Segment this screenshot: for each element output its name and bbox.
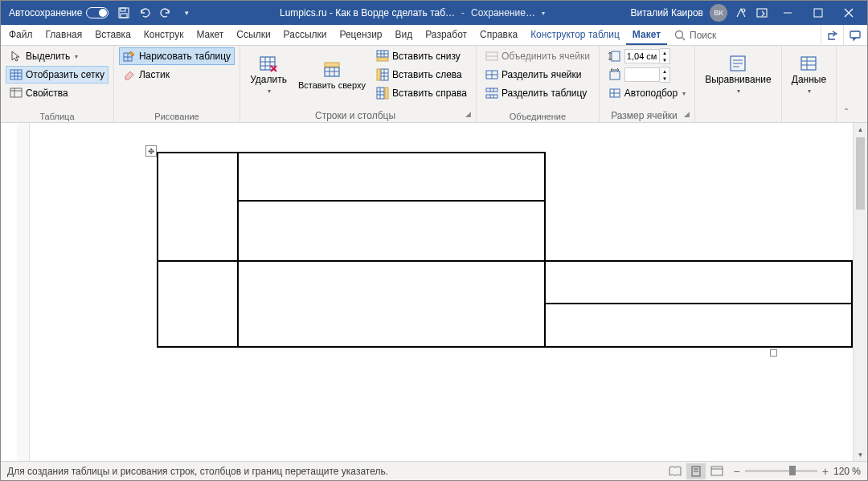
vertical-scrollbar[interactable]: ▲ ▼ bbox=[853, 123, 867, 461]
autosave-label: Автосохранение bbox=[9, 7, 82, 18]
svg-point-9 bbox=[676, 31, 683, 38]
group-rows-cols: Удалить▾ Вставить сверху Вставить снизу … bbox=[240, 46, 477, 122]
document-title: Lumpics.ru - Как в Ворде сделать таб… - … bbox=[194, 7, 630, 18]
collapse-ribbon-button[interactable]: ˆ bbox=[837, 46, 856, 122]
insert-left-button[interactable]: Вставить слева bbox=[372, 66, 471, 84]
width-icon bbox=[608, 68, 621, 81]
alignment-button[interactable]: Выравнивание▾ bbox=[700, 47, 776, 102]
search-icon bbox=[674, 29, 686, 42]
select-button[interactable]: Выделить▾ bbox=[6, 47, 108, 65]
data-button[interactable]: Данные▾ bbox=[787, 47, 831, 102]
group-label-size: Размер ячейки ◢ bbox=[604, 109, 690, 122]
tab-review[interactable]: Рецензир bbox=[333, 25, 388, 45]
close-button[interactable] bbox=[833, 1, 864, 25]
tab-references[interactable]: Ссылки bbox=[230, 25, 276, 45]
zoom-out-button[interactable]: − bbox=[734, 465, 740, 478]
group-merge: Объединить ячейки Разделить ячейки Разде… bbox=[477, 46, 600, 122]
tab-help[interactable]: Справка bbox=[473, 25, 524, 45]
data-icon bbox=[799, 54, 818, 73]
svg-point-3 bbox=[742, 9, 745, 12]
svg-rect-12 bbox=[10, 70, 22, 79]
svg-rect-77 bbox=[711, 467, 723, 475]
document-area[interactable]: ✥ bbox=[1, 123, 853, 461]
document-table[interactable] bbox=[157, 152, 853, 348]
group-table: Выделить▾ Отобразить сетку Свойства Табл… bbox=[1, 46, 114, 122]
web-layout-button[interactable] bbox=[707, 463, 727, 479]
zoom-in-button[interactable]: + bbox=[822, 465, 829, 478]
minimize-button[interactable] bbox=[772, 1, 803, 25]
split-table-icon bbox=[485, 87, 498, 100]
quick-access-toolbar: ▾ bbox=[117, 6, 194, 20]
insert-below-button[interactable]: Вставить снизу bbox=[372, 47, 471, 65]
eraser-button[interactable]: Ластик bbox=[119, 66, 235, 84]
scroll-up-icon[interactable]: ▲ bbox=[854, 123, 867, 136]
zoom-slider[interactable] bbox=[745, 470, 817, 472]
insert-right-button[interactable]: Вставить справа bbox=[372, 84, 471, 102]
svg-rect-17 bbox=[10, 88, 22, 97]
autosave-toggle[interactable]: Автосохранение bbox=[4, 7, 113, 18]
avatar[interactable]: ВК bbox=[710, 4, 727, 22]
properties-button[interactable]: Свойства bbox=[6, 84, 108, 102]
ribbon-tabs: Файл Главная Вставка Конструк Макет Ссыл… bbox=[1, 25, 867, 46]
delete-button[interactable]: Удалить▾ bbox=[245, 47, 292, 102]
redo-icon[interactable] bbox=[158, 6, 173, 20]
split-cells-button[interactable]: Разделить ячейки bbox=[481, 66, 594, 84]
undo-icon[interactable] bbox=[137, 6, 152, 20]
title-bar: Автосохранение ▾ Lumpics.ru - Как в Ворд… bbox=[1, 1, 867, 25]
insert-above-icon bbox=[322, 59, 342, 79]
svg-rect-56 bbox=[486, 95, 497, 98]
tab-table-layout[interactable]: Макет bbox=[626, 25, 667, 45]
user-name[interactable]: Виталий Каиров bbox=[630, 7, 703, 18]
scroll-down-icon[interactable]: ▼ bbox=[854, 448, 867, 461]
scrollbar-thumb[interactable] bbox=[856, 137, 865, 210]
svg-rect-1 bbox=[121, 8, 125, 11]
svg-rect-44 bbox=[377, 69, 380, 80]
col-width-field[interactable]: ▲▼ bbox=[604, 66, 690, 84]
split-table-button[interactable]: Разделить таблицу bbox=[481, 84, 594, 102]
search-box[interactable]: Поиск bbox=[667, 25, 723, 45]
tab-developer[interactable]: Разработ bbox=[419, 25, 473, 45]
vertical-ruler bbox=[17, 123, 30, 461]
read-mode-button[interactable] bbox=[665, 463, 685, 479]
eraser-icon bbox=[123, 68, 136, 81]
svg-rect-62 bbox=[610, 71, 620, 79]
qat-more-icon[interactable]: ▾ bbox=[179, 6, 194, 20]
cursor-icon bbox=[10, 50, 23, 63]
save-icon[interactable] bbox=[117, 6, 131, 20]
tab-design[interactable]: Конструк bbox=[137, 25, 190, 45]
tab-layout[interactable]: Макет bbox=[190, 25, 230, 45]
svg-rect-49 bbox=[385, 88, 388, 99]
svg-rect-6 bbox=[814, 9, 822, 17]
group-label-table: Таблица bbox=[6, 111, 108, 122]
tab-home[interactable]: Главная bbox=[39, 25, 89, 45]
autofit-button[interactable]: Автоподбор▾ bbox=[604, 84, 690, 102]
zoom-level[interactable]: 120 % bbox=[833, 466, 861, 477]
table-resize-handle[interactable] bbox=[770, 349, 777, 357]
tab-file[interactable]: Файл bbox=[2, 25, 39, 45]
group-alignment: Выравнивание▾ bbox=[695, 46, 782, 122]
coming-soon-icon[interactable] bbox=[734, 6, 748, 20]
share-button[interactable] bbox=[821, 25, 843, 45]
comments-button[interactable] bbox=[843, 25, 866, 45]
view-gridlines-button[interactable]: Отобразить сетку bbox=[6, 66, 108, 84]
svg-rect-39 bbox=[377, 58, 388, 61]
table-move-handle[interactable]: ✥ bbox=[145, 145, 157, 157]
row-height-field[interactable]: ▲▼ bbox=[604, 47, 690, 65]
ribbon: Выделить▾ Отобразить сетку Свойства Табл… bbox=[1, 46, 867, 123]
ribbon-display-icon[interactable] bbox=[755, 6, 769, 20]
insert-above-button[interactable]: Вставить сверху bbox=[293, 47, 371, 102]
pencil-table-icon bbox=[123, 50, 136, 63]
svg-rect-61 bbox=[612, 51, 620, 61]
maximize-button[interactable] bbox=[803, 1, 833, 25]
svg-rect-70 bbox=[801, 57, 816, 70]
draw-table-button[interactable]: Нарисовать таблицу bbox=[119, 47, 235, 65]
print-layout-button[interactable] bbox=[686, 463, 706, 479]
group-label-merge: Объединение bbox=[481, 111, 594, 122]
tab-table-design[interactable]: Конструктор таблиц bbox=[524, 25, 626, 45]
insert-right-icon bbox=[376, 87, 389, 100]
group-label-draw: Рисование bbox=[119, 111, 235, 122]
tab-view[interactable]: Вид bbox=[389, 25, 420, 45]
split-cells-icon bbox=[485, 68, 498, 81]
tab-mailings[interactable]: Рассылки bbox=[277, 25, 334, 45]
tab-insert[interactable]: Вставка bbox=[88, 25, 137, 45]
